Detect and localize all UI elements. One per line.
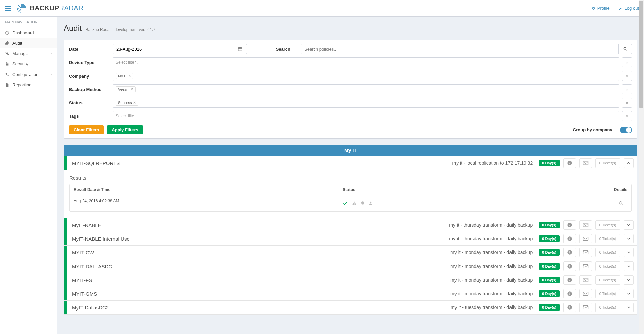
sidebar-item-audit[interactable]: Audit bbox=[0, 38, 57, 48]
info-button[interactable] bbox=[563, 234, 576, 243]
expand-button[interactable] bbox=[624, 158, 634, 168]
expand-button[interactable] bbox=[624, 261, 634, 271]
company-select[interactable]: My IT × bbox=[113, 71, 619, 81]
email-button[interactable] bbox=[579, 303, 592, 312]
sidebar-item-dashboard[interactable]: Dashboard bbox=[0, 28, 57, 38]
sidebar-item-reporting[interactable]: Reporting› bbox=[0, 80, 57, 90]
close-icon: × bbox=[626, 87, 628, 92]
results-table: Result Date & Time Status Details Aug 24… bbox=[69, 184, 632, 212]
status-indicator bbox=[64, 301, 67, 314]
search-button[interactable] bbox=[619, 44, 632, 54]
envelope-icon bbox=[583, 161, 589, 165]
date-input[interactable] bbox=[113, 44, 233, 54]
scrollbar-thumb[interactable] bbox=[639, 1, 643, 108]
email-button[interactable] bbox=[579, 248, 592, 257]
tickets-button[interactable]: 0 Ticket(s) bbox=[595, 261, 620, 271]
tickets-button[interactable]: 0 Ticket(s) bbox=[595, 220, 620, 230]
expand-button[interactable] bbox=[624, 275, 634, 285]
sidebar-item-security[interactable]: Security› bbox=[0, 59, 57, 69]
days-badge: 0 Day(s) bbox=[539, 160, 560, 166]
close-icon: × bbox=[626, 114, 628, 119]
nav-label: Dashboard bbox=[12, 30, 34, 35]
info-button[interactable] bbox=[563, 248, 576, 257]
tickets-button[interactable]: 0 Ticket(s) bbox=[595, 158, 620, 168]
svg-point-23 bbox=[569, 279, 570, 280]
profile-link[interactable]: Profile bbox=[591, 6, 610, 11]
info-button[interactable] bbox=[563, 158, 576, 168]
details-button[interactable] bbox=[614, 199, 627, 208]
cogs-icon bbox=[5, 72, 10, 77]
device-type-select[interactable] bbox=[113, 57, 619, 67]
expand-button[interactable] bbox=[624, 303, 634, 312]
close-icon: × bbox=[626, 100, 628, 105]
tags-clear[interactable]: × bbox=[622, 111, 632, 121]
tag-remove-icon[interactable]: × bbox=[129, 74, 131, 78]
check-icon bbox=[343, 201, 348, 206]
expand-button[interactable] bbox=[624, 248, 634, 257]
email-button[interactable] bbox=[579, 234, 592, 243]
backup-method-select[interactable]: Veeam × bbox=[113, 84, 619, 94]
info-icon bbox=[567, 264, 572, 269]
device-type-clear[interactable]: × bbox=[622, 57, 632, 67]
tags-select[interactable] bbox=[113, 111, 619, 121]
expand-button[interactable] bbox=[624, 220, 634, 230]
info-button[interactable] bbox=[563, 289, 576, 298]
tags-label: Tags bbox=[69, 114, 103, 119]
info-icon bbox=[567, 222, 572, 228]
sidebar-item-configuration[interactable]: Configuration› bbox=[0, 69, 57, 80]
tickets-button[interactable]: 0 Ticket(s) bbox=[595, 289, 620, 298]
info-button[interactable] bbox=[563, 261, 576, 271]
nav-label: Security bbox=[12, 61, 28, 66]
tag-remove-icon[interactable]: × bbox=[131, 87, 133, 92]
policy-description: my it - monday transform - daily backup bbox=[95, 277, 535, 283]
col-datetime: Result Date & Time bbox=[70, 184, 339, 195]
tag-remove-icon[interactable]: × bbox=[133, 100, 136, 105]
calendar-button[interactable] bbox=[233, 44, 247, 54]
group-by-toggle[interactable] bbox=[620, 127, 632, 133]
expand-button[interactable] bbox=[624, 289, 634, 298]
svg-rect-18 bbox=[583, 251, 588, 254]
status-indicator bbox=[64, 259, 67, 273]
info-button[interactable] bbox=[563, 220, 576, 230]
policy-row: MYIT-DALLASDC my it - monday transform -… bbox=[64, 259, 637, 273]
clear-filters-button[interactable]: Clear Filters bbox=[69, 125, 104, 134]
email-button[interactable] bbox=[579, 289, 592, 298]
tickets-button[interactable]: 0 Ticket(s) bbox=[595, 234, 620, 243]
chevron-down-icon bbox=[626, 291, 631, 296]
email-button[interactable] bbox=[579, 220, 592, 230]
svg-point-8 bbox=[370, 202, 372, 203]
email-button[interactable] bbox=[579, 261, 592, 271]
sidebar: MAIN NAVIGATION DashboardAuditManage›Sec… bbox=[0, 17, 57, 334]
info-button[interactable] bbox=[563, 303, 576, 312]
logout-link[interactable]: Log out bbox=[618, 6, 639, 11]
expand-button[interactable] bbox=[624, 234, 634, 243]
status-clear[interactable]: × bbox=[622, 98, 632, 108]
email-button[interactable] bbox=[579, 158, 592, 168]
backup-method-label: Backup Method bbox=[69, 87, 103, 92]
sidebar-item-manage[interactable]: Manage› bbox=[0, 48, 57, 59]
status-indicator bbox=[64, 156, 67, 170]
search-input[interactable] bbox=[301, 44, 619, 54]
policy-name: MYIT-CW bbox=[72, 250, 94, 255]
tickets-button[interactable]: 0 Ticket(s) bbox=[595, 303, 620, 312]
results-label: Results: bbox=[69, 175, 632, 181]
apply-filters-button[interactable]: Apply Filters bbox=[107, 125, 143, 134]
info-icon bbox=[567, 160, 572, 166]
info-button[interactable] bbox=[563, 275, 576, 285]
svg-rect-7 bbox=[583, 161, 588, 165]
filters-panel: Date Search Device Type bbox=[64, 40, 637, 139]
email-button[interactable] bbox=[579, 275, 592, 285]
svg-point-1 bbox=[6, 73, 7, 74]
scrollbar[interactable] bbox=[639, 0, 644, 334]
tickets-button[interactable]: 0 Ticket(s) bbox=[595, 248, 620, 257]
chevron-down-icon bbox=[626, 278, 631, 282]
svg-point-26 bbox=[569, 293, 570, 293]
backup-method-clear[interactable]: × bbox=[622, 84, 632, 94]
policy-name: MyIT-NABLE Internal Use bbox=[72, 236, 130, 242]
days-badge: 0 Day(s) bbox=[539, 249, 560, 256]
status-select[interactable]: Success × bbox=[113, 98, 619, 108]
hamburger-icon[interactable] bbox=[5, 6, 11, 11]
company-clear[interactable]: × bbox=[622, 71, 632, 81]
days-badge: 0 Day(s) bbox=[539, 235, 560, 242]
tickets-button[interactable]: 0 Ticket(s) bbox=[595, 275, 620, 285]
